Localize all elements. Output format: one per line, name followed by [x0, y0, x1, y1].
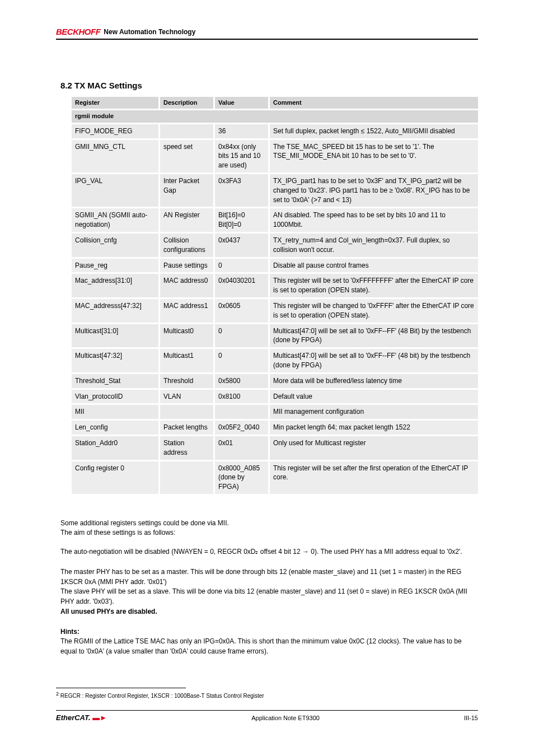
table-cell: Min packet length 64; max packet length … — [270, 421, 478, 435]
table-cell: Multicast[31:0] — [72, 324, 158, 348]
table-cell: TX_IPG_part1 has to be set to '0x3F' and… — [270, 174, 478, 207]
table-cell — [215, 405, 268, 419]
table-cell: Pause_reg — [72, 259, 158, 273]
hint-text: The RGMII of the Lattice TSE MAC has onl… — [60, 636, 478, 656]
table-cell: 0x8100 — [215, 390, 268, 404]
intro-line-1: Some additional registers settings could… — [60, 518, 478, 528]
table-cell: Set full duplex, packet length ≤ 1522, A… — [270, 124, 478, 138]
brand-tagline: New Automation Technology — [104, 28, 195, 36]
table-cell: This register will be set after the firs… — [270, 461, 478, 494]
section-heading: 8.2 TX MAC Settings — [60, 81, 142, 90]
table-cell: 0x8000_A085 (done by FPGA) — [215, 461, 268, 494]
table-cell — [160, 405, 213, 419]
page-header: BECKHOFF New Automation Technology — [56, 27, 478, 40]
table-cell: MAC address1 — [160, 299, 213, 323]
table-cell: Collision configurations — [160, 234, 213, 257]
table-cell: Bit[16]=0 Bit[0]=0 — [215, 208, 268, 232]
table-cell: MAC address0 — [160, 274, 213, 297]
table-cell: AN disabled. The speed has to be set by … — [270, 208, 478, 232]
table-cell: Multicast[47:0] will be set all to '0xFF… — [270, 349, 478, 372]
table-cell: Disable all pause control frames — [270, 259, 478, 273]
brand-logo: BECKHOFF — [56, 27, 100, 36]
table-cell: VLAN — [160, 390, 213, 404]
table-cell: Mac_address[31:0] — [72, 274, 158, 297]
intro-line-1a: The aim of these settings is as follows: — [60, 528, 175, 538]
table-cell: More data will be buffered/less latency … — [270, 374, 478, 388]
table-cell: AN Register — [160, 208, 213, 232]
footnote-text: REGCR : Register Control Register, 1KSCR… — [60, 693, 264, 699]
table-cell: This register will be changed to '0xFFFF… — [270, 299, 478, 323]
footnote: 2 REGCR : Register Control Register, 1KS… — [56, 691, 264, 699]
settings-table: Register Description Value Comment rgmii… — [72, 97, 478, 494]
table-cell: 0x04030201 — [215, 274, 268, 297]
hint-title: Hints: — [60, 627, 79, 637]
table-row: IPG_VALInter Packet Gap0x3FA3TX_IPG_part… — [72, 174, 478, 207]
table-cell: 0x0437 — [215, 234, 268, 257]
table-row: Pause_regPause settings0Disable all paus… — [72, 259, 478, 273]
table-cell: Len_config — [72, 421, 158, 435]
table-row: Multicast[47:32]Multicast10Multicast[47:… — [72, 349, 478, 372]
footer-rule — [56, 710, 478, 711]
table-row: Len_configPacket lengths0x05F2_0040Min p… — [72, 421, 478, 435]
table-cell: Threshold — [160, 374, 213, 388]
table-cell: Threshold_Stat — [72, 374, 158, 388]
table-cell: 0 — [215, 324, 268, 348]
table-cell: 36 — [215, 124, 268, 138]
footnote-marker: 2 — [56, 691, 59, 697]
table-row: Multicast[31:0]Multicast00Multicast[47:0… — [72, 324, 478, 348]
th-comment: Comment — [270, 97, 478, 109]
table-cell: 0x84xx (only bits 15 and 10 are used) — [215, 140, 268, 172]
table-cell: FIFO_MODE_REG — [72, 124, 158, 138]
table-cell: Vlan_protocolID — [72, 390, 158, 404]
page-number: III-15 — [464, 715, 478, 721]
table-cell: Only used for Multicast register — [270, 436, 478, 460]
table-cell: TX_retry_num=4 and Col_win_length=0x37. … — [270, 234, 478, 257]
table-row: Threshold_StatThreshold0x5800More data w… — [72, 374, 478, 388]
th-value: Value — [215, 97, 268, 109]
th-register: Register — [72, 97, 158, 109]
footnote-rule — [56, 688, 186, 688]
table-row: Collision_cnfgCollision configurations0x… — [72, 234, 478, 257]
table-cell: Station address — [160, 436, 213, 460]
table-cell: 0 — [215, 349, 268, 372]
table-cell: 0x0605 — [215, 299, 268, 323]
table-cell: The TSE_MAC_SPEED bit 15 has to be set t… — [270, 140, 478, 172]
table-cell — [160, 124, 213, 138]
table-cell: GMII_MNG_CTL — [72, 140, 158, 172]
th-description: Description — [160, 97, 213, 109]
table-cell: Inter Packet Gap — [160, 174, 213, 207]
table-cell: Packet lengths — [160, 421, 213, 435]
table-cell: Multicast[47:32] — [72, 349, 158, 372]
intro-line-5: All unused PHYs are disabled. — [60, 606, 478, 617]
table-row: GMII_MNG_CTLspeed set0x84xx (only bits 1… — [72, 140, 478, 172]
table-cell: MII management configuration — [270, 405, 478, 419]
table-cell — [160, 461, 213, 494]
table-cell: 0x5800 — [215, 374, 268, 388]
table-cell: MAC_addresss[47:32] — [72, 299, 158, 323]
table-cell: Collision_cnfg — [72, 234, 158, 257]
intro-line-4: The slave PHY will be set as a slave. Th… — [60, 586, 478, 606]
table-cell: Default value — [270, 390, 478, 404]
table-row: Config register 00x8000_A085 (done by FP… — [72, 461, 478, 494]
table-row: Mac_address[31:0]MAC address00x04030201T… — [72, 274, 478, 297]
table-module-row: rgmii module — [72, 110, 478, 122]
ethercat-logo: EtherCAT. ▬► — [56, 713, 107, 722]
table-row: Station_Addr0Station address0x01Only use… — [72, 436, 478, 460]
table-cell: Config register 0 — [72, 461, 158, 494]
table-cell: Multicast1 — [160, 349, 213, 372]
table-cell: IPG_VAL — [72, 174, 158, 207]
page-footer: EtherCAT. ▬► Application Note ET9300 III… — [56, 713, 478, 722]
table-row: Vlan_protocolIDVLAN0x8100Default value — [72, 390, 478, 404]
table-cell: Multicast0 — [160, 324, 213, 348]
table-cell: Station_Addr0 — [72, 436, 158, 460]
intro-line-2: The auto-negotiation will be disabled (N… — [60, 547, 478, 557]
table-row: SGMII_AN (SGMII auto-negotiation)AN Regi… — [72, 208, 478, 232]
table-cell: speed set — [160, 140, 213, 172]
table-cell: 0x01 — [215, 436, 268, 460]
table-header-row: Register Description Value Comment — [72, 97, 478, 109]
table-row: MIIMII management configuration — [72, 405, 478, 419]
table-cell: SGMII_AN (SGMII auto-negotiation) — [72, 208, 158, 232]
table-row: MAC_addresss[47:32]MAC address10x0605Thi… — [72, 299, 478, 323]
table-cell: This register will be set to '0xFFFFFFFF… — [270, 274, 478, 297]
table-cell: 0 — [215, 259, 268, 273]
